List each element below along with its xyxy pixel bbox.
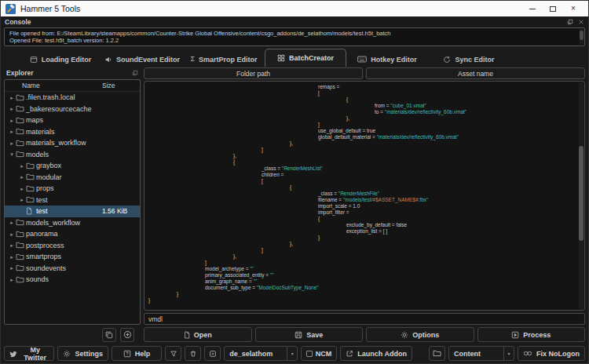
filter-addons-button[interactable] [165,346,181,361]
tree-item-materials[interactable]: ▸materials [5,126,140,138]
code-line: { [145,159,576,166]
code-line: use_global_default = true [145,128,576,134]
tree-item-soundevents[interactable]: ▸soundevents [5,263,140,275]
code-text: filename = [318,197,343,202]
batch-editor-panel: Folder path Asset name remaps =[{from = … [144,67,585,342]
code-text: [ [318,90,320,96]
tree-item-props[interactable]: ▸props [5,183,140,195]
process-label: Process [523,331,551,339]
column-header-size[interactable]: Size [102,82,140,89]
tree-item-name: props [36,184,102,192]
chevron-down-icon[interactable]: ▾ [8,151,16,157]
bottom-toolbar: My Twitter Settings Help [1,344,588,363]
ncm-checkbox[interactable]: NCM [301,346,337,361]
chevron-right-icon[interactable]: ▸ [8,106,16,111]
tab-sync-editor[interactable]: Sync Editor [428,51,510,67]
chevron-right-icon[interactable]: ▸ [8,95,16,100]
chevron-right-icon[interactable]: ▸ [18,163,26,169]
tree-item-smartprops[interactable]: ▸smartprops [5,251,140,263]
console-scrollbar-thumb[interactable] [580,31,584,40]
asset-name-button[interactable]: Asset name [366,67,585,79]
tab-loading-editor[interactable]: Loading Editor [20,51,101,67]
chevron-right-icon[interactable]: ▸ [18,197,26,202]
editor-scrollbar-thumb[interactable] [579,146,584,241]
tree-item-name: models [26,151,102,158]
open-button[interactable]: Open [144,327,252,342]
console-scrollbar[interactable] [580,29,584,45]
checkbox-icon [306,351,313,357]
minimize-icon[interactable] [522,1,543,16]
tree-item-test[interactable]: ▸test [5,195,140,206]
chevron-right-icon[interactable]: ▸ [8,231,16,237]
chevron-right-icon[interactable]: ▸ [8,265,16,271]
editor-scrollbar[interactable] [579,82,584,309]
column-header-name[interactable]: Name [22,82,102,89]
tree-item-test[interactable]: test1.56 KiB [5,206,140,217]
tree-item-materials_workflow[interactable]: ▸materials_workflow [5,137,140,149]
chevron-right-icon[interactable]: ▸ [8,140,16,146]
tree-item-postprocess[interactable]: ▸postprocess [5,240,140,252]
launch-icon [346,350,353,358]
tab-batchcreator[interactable]: BatchCreator [265,49,346,67]
help-label: Help [135,350,151,358]
file-tree: ▸.filen.trash.local▸_bakeresourcecache▸m… [5,92,140,324]
tree-item-models_workflow[interactable]: ▸models_workflow [5,217,140,229]
maximize-icon[interactable] [543,1,563,16]
chevron-right-icon[interactable]: ▸ [8,242,16,248]
chevron-right-icon[interactable]: ▸ [8,254,16,260]
tree-item-sounds[interactable]: ▸sounds [5,274,140,286]
close-icon[interactable]: × [563,1,584,16]
code-string: "" [250,266,254,271]
chevron-right-icon[interactable]: ▸ [8,118,16,123]
tab-soundevent-editor[interactable]: SoundEvent Editor [101,51,183,67]
create-addon-button[interactable] [204,346,221,361]
delete-addon-button[interactable] [185,346,201,361]
save-button[interactable]: Save [255,327,364,342]
chevron-right-icon[interactable]: ▸ [18,186,26,191]
options-button[interactable]: Options [366,327,474,342]
addon-dropdown[interactable]: de_selathom ▾ [224,346,298,361]
folder-icon [433,350,441,357]
tree-item-modular[interactable]: ▸modular [5,172,140,184]
chevron-right-icon[interactable]: ▸ [8,277,16,282]
close-panel-icon[interactable] [578,19,584,25]
folder-icon [16,94,26,101]
fix-nologon-button[interactable]: Fix NoLogon [518,346,585,361]
float-panel-icon[interactable] [567,19,573,25]
settings-button[interactable]: Settings [57,346,108,361]
content-dropdown[interactable]: Content ▾ [448,346,514,361]
code-text: anim_graph_name = [205,278,254,284]
content-folder-button[interactable] [429,346,445,361]
my-twitter-button[interactable]: My Twitter [4,346,54,361]
tab-label: BatchCreator [289,54,334,62]
code-text: document_sub_type = [205,285,257,290]
float-panel-icon[interactable] [132,70,138,76]
code-string: .fbx" [419,197,429,202]
tree-item-graybox[interactable]: ▸graybox [5,160,140,172]
tree-item-maps[interactable]: ▸maps [5,115,140,126]
process-button[interactable]: Process [477,327,586,342]
copy-button[interactable] [102,328,116,342]
ncm-label: NCM [316,350,332,358]
extension-input[interactable] [144,313,585,325]
tree-item-panorama[interactable]: ▸panorama [5,228,140,240]
help-button[interactable]: Help [112,346,162,361]
chevron-right-icon[interactable]: ▸ [8,220,16,225]
launch-addon-button[interactable]: Launch Addon [340,346,412,361]
tree-item-.filen.trash.local[interactable]: ▸.filen.trash.local [5,92,140,104]
tree-item-_bakeresourcecache[interactable]: ▸_bakeresourcecache [5,104,140,115]
console-output[interactable]: File opened from: E:/SteamLibrary/steama… [4,27,585,46]
tab-hotkey-editor[interactable]: Hotkey Editor [346,51,428,67]
tree-item-models[interactable]: ▾models [5,149,140,161]
folder-path-button[interactable]: Folder path [144,67,363,79]
chevron-right-icon[interactable]: ▸ [18,174,26,180]
code-line: } [145,235,576,241]
tab-label: Sync Editor [455,56,494,64]
code-editor[interactable]: remaps =[{from = "cube_01.vmat"to = "mat… [144,81,585,311]
folder-icon [16,264,26,271]
window-title: Hammer 5 Tools [20,4,80,13]
add-button[interactable] [120,328,134,342]
tab-smartprop-editor[interactable]: ΣSmartProp Editor [183,51,265,67]
file-icon [26,207,36,215]
chevron-right-icon[interactable]: ▸ [8,129,16,134]
